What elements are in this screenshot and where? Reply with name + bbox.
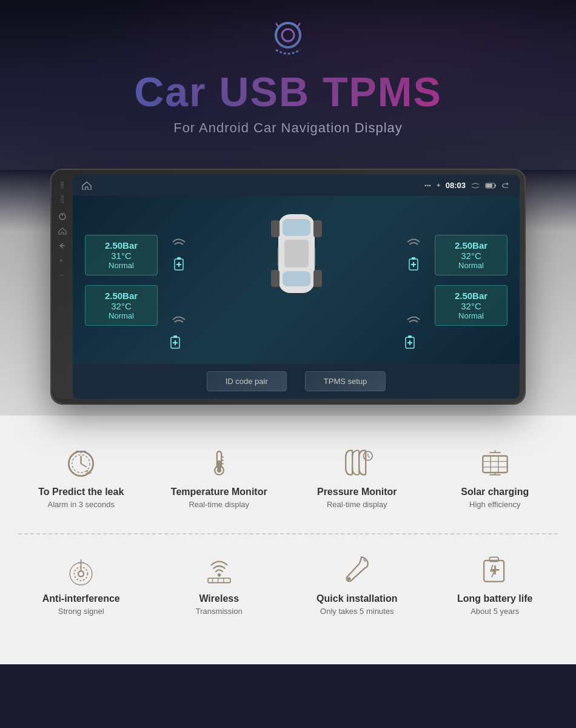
device-frame: MIC RST + − bbox=[52, 170, 524, 403]
svg-text:−: − bbox=[60, 272, 64, 278]
signal-waves-right-rear bbox=[404, 311, 423, 332]
feature-predict-leak: 3s To Predict the leak Alarm in 3 second… bbox=[18, 440, 144, 515]
tpms-icon-svg bbox=[264, 18, 312, 61]
topbar-left bbox=[82, 181, 92, 190]
feature-pressure-title: Pressure Monitor bbox=[300, 487, 414, 497]
center-car-display bbox=[170, 208, 423, 352]
return-icon bbox=[502, 183, 511, 189]
expand-icon bbox=[471, 183, 480, 189]
battery-status-icon bbox=[485, 182, 497, 189]
tire-fr-pressure: 2.50Bar bbox=[444, 240, 498, 251]
feature-battery-desc: About 5 years bbox=[438, 607, 552, 616]
signal-icon bbox=[64, 553, 98, 586]
pressure-icon bbox=[340, 446, 373, 479]
solar-icon bbox=[478, 446, 512, 479]
top-signal-row bbox=[170, 208, 423, 299]
home-icon bbox=[82, 181, 92, 190]
device-screen: ▪▪▪ ✦ 08:03 2.50Bar 31 bbox=[73, 175, 520, 399]
feature-battery: Long battery life About 5 years bbox=[432, 547, 558, 622]
features-section: 3s To Predict the leak Alarm in 3 second… bbox=[0, 416, 576, 664]
feature-solar: Solar charging High efficiency bbox=[432, 440, 558, 515]
screen-buttons-bar: ID code pair TPMS setup bbox=[73, 364, 520, 399]
svg-rect-9 bbox=[495, 184, 496, 187]
feature-quick-install-desc: Only takes 5 minutes bbox=[300, 607, 414, 616]
signal-waves-right-front bbox=[404, 234, 423, 255]
sidebar-back-icon bbox=[56, 240, 69, 251]
svg-point-63 bbox=[78, 571, 84, 576]
tire-fl-status: Normal bbox=[94, 261, 149, 270]
svg-line-3 bbox=[298, 23, 300, 27]
svg-rect-12 bbox=[177, 257, 181, 260]
sidebar-rst-label: RST bbox=[56, 194, 69, 205]
tire-rr-pressure: 2.50Bar bbox=[444, 291, 498, 301]
feature-wireless: Wireless Transmission bbox=[156, 547, 283, 622]
device-container: MIC RST + − bbox=[52, 170, 524, 403]
feature-predict-leak-desc: Alarm in 3 seconds bbox=[24, 500, 138, 509]
left-tire-column: 2.50Bar 31°C Normal 2.50Bar 32°C Normal bbox=[85, 235, 158, 326]
sidebar-mic-label: MIC bbox=[56, 180, 69, 190]
feature-temperature-title: Temperature Monitor bbox=[162, 487, 276, 497]
tire-fl-pressure: 2.50Bar bbox=[94, 240, 149, 251]
right-front-signal bbox=[404, 234, 423, 274]
screen-content: 2.50Bar 31°C Normal 2.50Bar 32°C Normal bbox=[73, 196, 520, 364]
id-code-pair-button[interactable]: ID code pair bbox=[207, 371, 287, 391]
car-top-view bbox=[188, 208, 404, 299]
feature-wireless-desc: Transmission bbox=[162, 607, 276, 616]
svg-point-73 bbox=[347, 577, 351, 581]
svg-rect-26 bbox=[412, 257, 415, 260]
svg-text:3s: 3s bbox=[85, 469, 92, 475]
tpms-setup-button[interactable]: TPMS setup bbox=[305, 371, 386, 391]
tire-fr-status: Normal bbox=[444, 261, 498, 270]
topbar-status-icons: ▪▪▪ ✦ 08:03 bbox=[424, 181, 511, 190]
tire-rear-right: 2.50Bar 32°C Normal bbox=[435, 285, 507, 326]
screen-topbar: ▪▪▪ ✦ 08:03 bbox=[73, 175, 520, 196]
sidebar-power-icon bbox=[56, 211, 69, 222]
battery-fl bbox=[170, 257, 188, 274]
feature-quick-install-title: Quick installation bbox=[300, 593, 414, 604]
features-row-2: Anti-interference Strong signel bbox=[18, 547, 558, 622]
tire-rear-left: 2.50Bar 32°C Normal bbox=[85, 285, 158, 326]
feature-pressure: Pressure Monitor Real-time display bbox=[294, 440, 420, 515]
svg-rect-23 bbox=[271, 270, 280, 287]
hero-section: Car USB TPMS For Android Car Navigation … bbox=[0, 0, 576, 170]
svg-point-0 bbox=[276, 23, 300, 47]
signal-bars-icon: ▪▪▪ bbox=[424, 182, 431, 189]
svg-text:+: + bbox=[59, 257, 63, 264]
svg-line-53 bbox=[368, 456, 370, 458]
tpms-warning-icon bbox=[12, 18, 564, 63]
svg-rect-24 bbox=[313, 270, 322, 287]
wireless-icon bbox=[203, 553, 236, 586]
sidebar-vol-down-icon: − bbox=[56, 269, 69, 280]
wrench-icon bbox=[340, 553, 373, 586]
svg-rect-30 bbox=[173, 335, 177, 338]
feature-temperature-desc: Real-time display bbox=[162, 500, 276, 509]
timer-icon: 3s bbox=[64, 446, 98, 479]
sidebar-home-icon bbox=[56, 226, 69, 237]
battery-life-icon bbox=[478, 553, 512, 586]
left-rear-signal bbox=[170, 311, 188, 352]
feature-battery-title: Long battery life bbox=[438, 593, 552, 604]
signal-waves-left-front bbox=[170, 234, 188, 255]
page-title: Car USB TPMS bbox=[12, 68, 564, 115]
tire-rl-status: Normal bbox=[94, 311, 149, 320]
feature-predict-leak-title: To Predict the leak bbox=[24, 487, 138, 497]
left-front-signal bbox=[170, 234, 188, 274]
feature-anti-interference-desc: Strong signel bbox=[24, 607, 138, 616]
svg-rect-21 bbox=[271, 220, 280, 237]
battery-rr bbox=[404, 335, 423, 352]
tire-rr-temp: 32°C bbox=[444, 301, 498, 311]
tire-rl-pressure: 2.50Bar bbox=[94, 291, 149, 301]
feature-solar-title: Solar charging bbox=[438, 487, 552, 497]
feature-pressure-desc: Real-time display bbox=[300, 500, 414, 509]
bottom-signal-row bbox=[170, 311, 423, 352]
svg-rect-10 bbox=[486, 184, 492, 187]
svg-rect-69 bbox=[208, 578, 230, 582]
bluetooth-icon: ✦ bbox=[436, 182, 441, 189]
device-sidebar: MIC RST + − bbox=[52, 175, 73, 399]
feature-wireless-title: Wireless bbox=[162, 593, 276, 604]
feature-temperature: Temperature Monitor Real-time display bbox=[156, 440, 283, 515]
signal-waves-left-rear bbox=[170, 311, 188, 332]
tire-fr-temp: 32°C bbox=[444, 251, 498, 261]
feature-quick-install: Quick installation Only takes 5 minutes bbox=[294, 547, 420, 622]
tire-rr-status: Normal bbox=[444, 311, 498, 320]
